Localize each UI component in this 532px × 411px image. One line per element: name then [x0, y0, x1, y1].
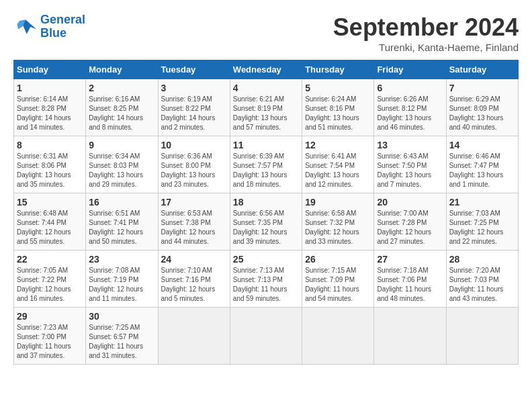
- page-header: General Blue September 2024 Turenki, Kan…: [13, 13, 519, 53]
- day-number: 24: [161, 254, 227, 265]
- day-info: Sunrise: 7:18 AM Sunset: 7:06 PM Dayligh…: [377, 266, 443, 304]
- table-row: 6 Sunrise: 6:26 AM Sunset: 8:12 PM Dayli…: [374, 79, 446, 136]
- table-row: 2 Sunrise: 6:16 AM Sunset: 8:25 PM Dayli…: [86, 79, 158, 136]
- table-row: [230, 308, 302, 365]
- col-saturday: Saturday: [446, 60, 518, 79]
- day-info: Sunrise: 7:03 AM Sunset: 7:25 PM Dayligh…: [449, 209, 515, 246]
- day-number: 2: [89, 83, 154, 93]
- day-number: 18: [233, 197, 299, 208]
- table-row: 11 Sunrise: 6:39 AM Sunset: 7:57 PM Dayl…: [230, 136, 302, 193]
- day-number: 19: [305, 197, 371, 208]
- col-sunday: Sunday: [14, 60, 86, 79]
- day-info: Sunrise: 7:10 AM Sunset: 7:16 PM Dayligh…: [161, 266, 227, 304]
- table-row: 17 Sunrise: 6:53 AM Sunset: 7:38 PM Dayl…: [158, 193, 230, 250]
- day-info: Sunrise: 6:29 AM Sunset: 8:09 PM Dayligh…: [449, 95, 515, 132]
- table-row: 22 Sunrise: 7:05 AM Sunset: 7:22 PM Dayl…: [14, 250, 86, 308]
- day-info: Sunrise: 6:21 AM Sunset: 8:19 PM Dayligh…: [233, 95, 299, 132]
- day-number: 3: [161, 83, 227, 93]
- table-row: 16 Sunrise: 6:51 AM Sunset: 7:41 PM Dayl…: [86, 193, 158, 250]
- day-info: Sunrise: 6:39 AM Sunset: 7:57 PM Dayligh…: [233, 152, 299, 189]
- day-info: Sunrise: 7:05 AM Sunset: 7:22 PM Dayligh…: [17, 266, 83, 304]
- day-info: Sunrise: 6:43 AM Sunset: 7:50 PM Dayligh…: [377, 152, 443, 189]
- day-info: Sunrise: 7:23 AM Sunset: 7:00 PM Dayligh…: [17, 323, 83, 361]
- table-row: 19 Sunrise: 6:58 AM Sunset: 7:32 PM Dayl…: [302, 193, 374, 250]
- day-info: Sunrise: 6:46 AM Sunset: 7:47 PM Dayligh…: [449, 152, 515, 189]
- col-monday: Monday: [86, 60, 158, 79]
- day-number: 30: [89, 311, 154, 322]
- day-number: 7: [449, 83, 515, 93]
- table-row: 23 Sunrise: 7:08 AM Sunset: 7:19 PM Dayl…: [86, 250, 158, 308]
- calendar-header-row: Sunday Monday Tuesday Wednesday Thursday…: [14, 60, 519, 79]
- table-row: 10 Sunrise: 6:36 AM Sunset: 8:00 PM Dayl…: [158, 136, 230, 193]
- logo-text-line2: Blue: [40, 27, 85, 40]
- col-friday: Friday: [374, 60, 446, 79]
- day-number: 26: [305, 254, 371, 265]
- table-row: 15 Sunrise: 6:48 AM Sunset: 7:44 PM Dayl…: [14, 193, 86, 250]
- day-info: Sunrise: 6:51 AM Sunset: 7:41 PM Dayligh…: [89, 209, 154, 246]
- col-wednesday: Wednesday: [230, 60, 302, 79]
- day-number: 11: [233, 140, 299, 150]
- day-number: 16: [89, 197, 154, 208]
- day-number: 20: [377, 197, 443, 208]
- day-info: Sunrise: 7:20 AM Sunset: 7:03 PM Dayligh…: [449, 266, 515, 304]
- day-info: Sunrise: 6:14 AM Sunset: 8:28 PM Dayligh…: [17, 95, 83, 132]
- table-row: 30 Sunrise: 7:25 AM Sunset: 6:57 PM Dayl…: [86, 308, 158, 365]
- day-number: 6: [377, 83, 443, 93]
- table-row: 4 Sunrise: 6:21 AM Sunset: 8:19 PM Dayli…: [230, 79, 302, 136]
- day-number: 29: [17, 311, 83, 322]
- table-row: 7 Sunrise: 6:29 AM Sunset: 8:09 PM Dayli…: [446, 79, 518, 136]
- table-row: 14 Sunrise: 6:46 AM Sunset: 7:47 PM Dayl…: [446, 136, 518, 193]
- table-row: 29 Sunrise: 7:23 AM Sunset: 7:00 PM Dayl…: [14, 308, 86, 365]
- table-row: 3 Sunrise: 6:19 AM Sunset: 8:22 PM Dayli…: [158, 79, 230, 136]
- col-thursday: Thursday: [302, 60, 374, 79]
- table-row: 28 Sunrise: 7:20 AM Sunset: 7:03 PM Dayl…: [446, 250, 518, 308]
- calendar-row-3: 15 Sunrise: 6:48 AM Sunset: 7:44 PM Dayl…: [14, 193, 519, 250]
- table-row: 1 Sunrise: 6:14 AM Sunset: 8:28 PM Dayli…: [14, 79, 86, 136]
- day-info: Sunrise: 6:24 AM Sunset: 8:16 PM Dayligh…: [305, 95, 371, 132]
- day-info: Sunrise: 7:13 AM Sunset: 7:13 PM Dayligh…: [233, 266, 299, 304]
- day-info: Sunrise: 6:16 AM Sunset: 8:25 PM Dayligh…: [89, 95, 154, 132]
- day-number: 12: [305, 140, 371, 150]
- calendar-row-2: 8 Sunrise: 6:31 AM Sunset: 8:06 PM Dayli…: [14, 136, 519, 193]
- day-number: 10: [161, 140, 227, 150]
- table-row: 8 Sunrise: 6:31 AM Sunset: 8:06 PM Dayli…: [14, 136, 86, 193]
- day-info: Sunrise: 6:31 AM Sunset: 8:06 PM Dayligh…: [17, 152, 83, 189]
- day-info: Sunrise: 7:15 AM Sunset: 7:09 PM Dayligh…: [305, 266, 371, 304]
- day-info: Sunrise: 6:26 AM Sunset: 8:12 PM Dayligh…: [377, 95, 443, 132]
- table-row: 9 Sunrise: 6:34 AM Sunset: 8:03 PM Dayli…: [86, 136, 158, 193]
- day-number: 25: [233, 254, 299, 265]
- day-info: Sunrise: 7:00 AM Sunset: 7:28 PM Dayligh…: [377, 209, 443, 246]
- day-info: Sunrise: 6:41 AM Sunset: 7:54 PM Dayligh…: [305, 152, 371, 189]
- col-tuesday: Tuesday: [158, 60, 230, 79]
- title-area: September 2024 Turenki, Kanta-Haeme, Fin…: [333, 13, 519, 53]
- table-row: 26 Sunrise: 7:15 AM Sunset: 7:09 PM Dayl…: [302, 250, 374, 308]
- logo-text-line1: General: [40, 13, 85, 27]
- calendar-table: Sunday Monday Tuesday Wednesday Thursday…: [13, 60, 519, 365]
- table-row: [374, 308, 446, 365]
- month-title: September 2024: [333, 13, 519, 42]
- day-info: Sunrise: 6:34 AM Sunset: 8:03 PM Dayligh…: [89, 152, 154, 189]
- day-info: Sunrise: 6:58 AM Sunset: 7:32 PM Dayligh…: [305, 209, 371, 246]
- logo-icon: [13, 17, 38, 37]
- day-info: Sunrise: 6:19 AM Sunset: 8:22 PM Dayligh…: [161, 95, 227, 132]
- table-row: [446, 308, 518, 365]
- day-number: 9: [89, 140, 154, 150]
- table-row: 27 Sunrise: 7:18 AM Sunset: 7:06 PM Dayl…: [374, 250, 446, 308]
- day-info: Sunrise: 6:48 AM Sunset: 7:44 PM Dayligh…: [17, 209, 83, 246]
- table-row: [302, 308, 374, 365]
- logo: General Blue: [13, 13, 85, 40]
- day-number: 17: [161, 197, 227, 208]
- day-number: 27: [377, 254, 443, 265]
- table-row: 25 Sunrise: 7:13 AM Sunset: 7:13 PM Dayl…: [230, 250, 302, 308]
- day-info: Sunrise: 6:36 AM Sunset: 8:00 PM Dayligh…: [161, 152, 227, 189]
- table-row: 24 Sunrise: 7:10 AM Sunset: 7:16 PM Dayl…: [158, 250, 230, 308]
- day-number: 22: [17, 254, 83, 265]
- location-subtitle: Turenki, Kanta-Haeme, Finland: [333, 42, 519, 53]
- day-info: Sunrise: 6:56 AM Sunset: 7:35 PM Dayligh…: [233, 209, 299, 246]
- table-row: [158, 308, 230, 365]
- table-row: 18 Sunrise: 6:56 AM Sunset: 7:35 PM Dayl…: [230, 193, 302, 250]
- calendar-row-4: 22 Sunrise: 7:05 AM Sunset: 7:22 PM Dayl…: [14, 250, 519, 308]
- day-number: 8: [17, 140, 83, 150]
- day-info: Sunrise: 7:25 AM Sunset: 6:57 PM Dayligh…: [89, 323, 154, 361]
- day-number: 14: [449, 140, 515, 150]
